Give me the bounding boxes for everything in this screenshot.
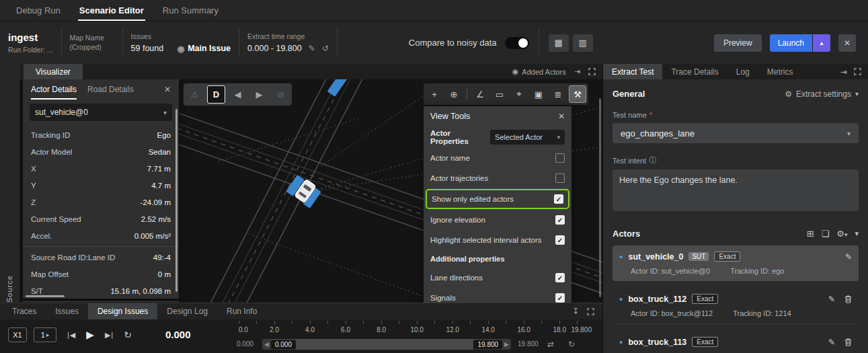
detail-label: Current Speed: [31, 215, 81, 223]
frame-step-button[interactable]: 1 ▸: [34, 327, 56, 342]
actor-properties-dropdown[interactable]: Selected Actor ▾: [490, 130, 565, 145]
delete-actor-icon[interactable]: [844, 295, 852, 303]
detail-value: Sedan: [149, 148, 171, 156]
move-pane-icon[interactable]: ⇥: [840, 67, 847, 77]
launch-button[interactable]: Launch: [770, 34, 812, 52]
view-tools-wrench-icon[interactable]: ⚒: [569, 85, 586, 103]
tab-design-log[interactable]: Design Log: [157, 303, 217, 319]
nudge-left-icon[interactable]: ◀: [262, 341, 271, 348]
test-intent-input[interactable]: Here the Ego changes the lane.: [613, 169, 859, 211]
disable-icon[interactable]: ⊘: [272, 85, 290, 104]
extract-settings-dropdown[interactable]: ⚙ Extract settings ▾: [785, 89, 859, 99]
actor-settings-icon[interactable]: ⚙▾: [836, 229, 847, 239]
checkbox-row-show-only-edited-actors[interactable]: Show only edited actors ✓: [426, 189, 569, 209]
tab-extract-test[interactable]: Extract Test: [603, 64, 662, 79]
highlight-selected-interval-actors-checkbox[interactable]: ✓: [555, 235, 565, 245]
range-fill[interactable]: [296, 339, 474, 350]
tab-debug-run[interactable]: Debug Run: [7, 0, 70, 21]
design-mode-button[interactable]: D: [207, 85, 225, 104]
measure-icon[interactable]: ∠: [471, 85, 489, 103]
nudge-right-icon[interactable]: ▶: [502, 341, 511, 348]
actor-selector-dropdown[interactable]: sut_vehicle@0 ▾: [30, 104, 172, 121]
tab-design-issues[interactable]: Design Issues: [88, 303, 157, 319]
show-only-edited-actors-checkbox[interactable]: ✓: [554, 194, 563, 204]
checkbox-row-highlight-selected-interval-actors[interactable]: Highlight selected interval actors ✓: [424, 230, 571, 250]
playback-speed-button[interactable]: X1: [8, 327, 27, 342]
ignore-elevation-checkbox[interactable]: ✓: [555, 215, 565, 225]
tab-run-info[interactable]: Run Info: [217, 303, 266, 319]
test-name-dropdown[interactable]: ego_changes_lane ▾: [613, 123, 859, 143]
edit-actor-icon[interactable]: ✎: [828, 295, 835, 304]
signals-checkbox[interactable]: ✓: [555, 293, 565, 303]
checkbox-row-signals[interactable]: Signals ✓: [424, 288, 571, 303]
tab-scenario-editor[interactable]: Scenario Editor: [70, 0, 153, 21]
panel-scrollbar[interactable]: [175, 109, 177, 292]
undo-icon[interactable]: ◀: [229, 85, 247, 104]
edit-time-range-icon[interactable]: ✎: [309, 44, 315, 53]
actor-card-sut-vehicle-0[interactable]: ● sut_vehicle_0 SUT Exact ✎ Actor ID: su…: [613, 245, 859, 281]
tab-run-summary[interactable]: Run Summary: [153, 0, 228, 21]
play-icon[interactable]: ▶: [86, 329, 94, 341]
layers-icon[interactable]: ≣: [549, 85, 567, 103]
warnings-toggle-icon[interactable]: ⚠: [186, 85, 204, 104]
actors-section-title: Actors: [613, 229, 640, 239]
range-end-handle[interactable]: 19.800: [473, 340, 502, 349]
edit-actor-icon[interactable]: ✎: [828, 338, 835, 347]
added-actors-toggle[interactable]: ◉ Added Actors: [512, 67, 566, 76]
duplicate-actor-icon[interactable]: ❏: [822, 229, 830, 239]
tab-road-details[interactable]: Road Details: [87, 79, 134, 100]
actor-trajectories-checkbox[interactable]: [555, 173, 565, 183]
layout-split-button[interactable]: ▥: [573, 34, 593, 52]
fullscreen-icon[interactable]: [588, 68, 596, 75]
add-icon[interactable]: +: [426, 85, 443, 103]
add-actor-icon[interactable]: ⊞: [807, 229, 814, 239]
checkbox-row-actor-trajectories[interactable]: Actor trajectories: [424, 168, 571, 188]
tab-traces[interactable]: Traces: [3, 303, 46, 319]
reset-range-icon[interactable]: ↻: [568, 340, 575, 349]
lane-directions-checkbox[interactable]: ✓: [555, 273, 565, 282]
close-panel-icon[interactable]: ✕: [164, 79, 171, 100]
range-start-handle[interactable]: 0.000: [271, 340, 296, 349]
delete-actor-icon[interactable]: [844, 338, 852, 346]
tab-actor-details[interactable]: Actor Details: [31, 79, 77, 100]
edit-actor-icon[interactable]: ✎: [845, 252, 852, 262]
tab-log[interactable]: Log: [727, 64, 758, 79]
layout-grid-button[interactable]: ▦: [549, 34, 569, 52]
skip-back-icon[interactable]: |◀: [67, 331, 75, 340]
launch-options-button[interactable]: ▴: [813, 34, 830, 52]
visualizer-scrollbar[interactable]: [599, 98, 601, 297]
panel-hscrollbar[interactable]: [26, 295, 65, 297]
redo-icon[interactable]: ▶: [250, 85, 268, 104]
skip-forward-icon[interactable]: ▶|: [105, 331, 113, 340]
loop-icon[interactable]: ↻: [124, 329, 132, 340]
timeline-ruler[interactable]: 0.0 2.0 4.0 6.0 8.0 10.0 12.0 14.0 16.0 …: [239, 321, 592, 337]
close-run-button[interactable]: ✕: [838, 34, 856, 52]
zoom-to-range-icon[interactable]: ⇄: [547, 340, 554, 349]
frame-select-icon[interactable]: ▭: [491, 85, 508, 103]
preview-button[interactable]: Preview: [714, 34, 762, 52]
checkbox-row-lane-directions[interactable]: Lane directions ✓: [424, 268, 571, 288]
tab-visualizer[interactable]: Visualizer: [24, 64, 83, 79]
collapse-actors-icon[interactable]: ▾: [855, 229, 859, 238]
actor-card-box-truck-112[interactable]: ● box_truck_112 Exact ✎ Actor ID: box_tr…: [613, 288, 859, 324]
checkbox-row-ignore-elevation[interactable]: Ignore elevation ✓: [424, 210, 571, 230]
time-range-slider[interactable]: ◀ 0.000 19.800 ▶: [262, 339, 511, 350]
focus-actor-icon[interactable]: ⌖: [510, 85, 528, 103]
tab-trace-details[interactable]: Trace Details: [662, 64, 727, 79]
camera-icon[interactable]: ▣: [530, 85, 547, 103]
compare-toggle[interactable]: [505, 37, 529, 49]
tab-metrics[interactable]: Metrics: [758, 64, 802, 79]
actor-name-checkbox[interactable]: [555, 153, 565, 163]
fullscreen-icon[interactable]: [854, 68, 861, 75]
reset-time-range-icon[interactable]: ↺: [322, 44, 329, 53]
close-view-tools-icon[interactable]: ✕: [558, 112, 565, 121]
tab-issues[interactable]: Issues: [46, 303, 88, 319]
collapse-panel-icon[interactable]: ↧: [572, 307, 579, 316]
fullscreen-icon[interactable]: [587, 308, 594, 315]
main-issue-badge[interactable]: ◉ Main Issue: [177, 44, 231, 54]
move-pane-icon[interactable]: ⇥: [574, 67, 580, 76]
checkbox-row-actor-name[interactable]: Actor name: [424, 148, 571, 168]
actor-card-box-truck-113[interactable]: ● box_truck_113 Exact ✎: [613, 331, 859, 353]
add-actor-circle-icon[interactable]: ⊕: [445, 85, 463, 103]
visualizer-canvas[interactable]: ⚠ D ◀ ▶ ⊘ Actor Details Road Details ✕: [20, 79, 602, 303]
